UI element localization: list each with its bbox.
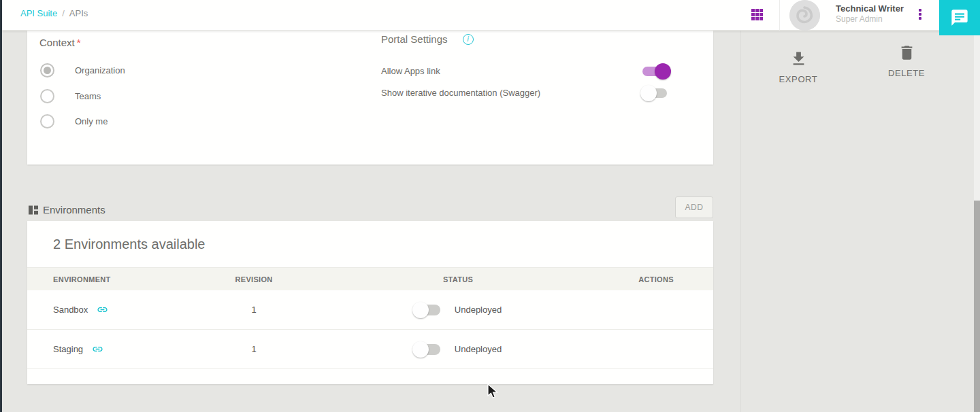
avatar-logo-icon <box>789 0 820 31</box>
environment-name: Staging <box>53 344 83 354</box>
toggle-label: Allow Apps link <box>381 66 440 76</box>
portal-settings-header: Portal Settings i <box>381 33 474 45</box>
export-label: EXPORT <box>779 74 818 84</box>
environments-summary: 2 Environments available <box>53 237 205 252</box>
add-button[interactable]: ADD <box>675 196 713 218</box>
revision-cell: 1 <box>191 344 317 354</box>
toggle-knob <box>412 341 429 358</box>
link-icon[interactable] <box>97 304 108 315</box>
scrollbar-thumb[interactable] <box>974 201 980 412</box>
app-root: API Suite / APIs Technical Writer Super … <box>0 0 980 412</box>
kebab-dot <box>919 13 921 16</box>
download-icon <box>789 50 808 68</box>
scrollbar[interactable] <box>974 35 980 412</box>
radio-dot <box>44 118 51 125</box>
toggle-row-allow-apps-link: Allow Apps link <box>381 66 667 76</box>
radio-circle-icon <box>40 63 54 78</box>
portal-settings-title: Portal Settings <box>381 33 448 45</box>
chat-button[interactable] <box>939 0 980 35</box>
required-marker: * <box>77 37 81 48</box>
radio-dot <box>44 92 51 100</box>
table-row-staging: Staging 1 Undeployed <box>27 330 713 369</box>
grid-dot <box>755 17 759 20</box>
radio-label: Only me <box>75 116 108 126</box>
grid-dot <box>751 9 755 12</box>
kebab-menu-icon[interactable] <box>917 9 924 21</box>
toggle-knob <box>412 302 429 318</box>
header-divider <box>779 0 780 31</box>
column-header-actions: ACTIONS <box>599 275 713 284</box>
toggle-knob <box>640 85 657 101</box>
radio-circle-icon <box>40 89 54 103</box>
status-text: Undeployed <box>455 344 502 354</box>
chat-icon <box>950 8 969 27</box>
kebab-dot <box>919 17 921 20</box>
status-cell: Undeployed <box>317 344 599 355</box>
export-button[interactable]: EXPORT <box>772 50 824 84</box>
column-header-status: STATUS <box>317 275 599 284</box>
grid-dot <box>760 13 763 16</box>
environment-name: Sandbox <box>53 305 88 315</box>
breadcrumb-link-api-suite[interactable]: API Suite <box>20 8 57 18</box>
status-text: Undeployed <box>455 305 502 315</box>
content-rail-divider <box>740 31 741 412</box>
trash-icon <box>898 44 916 62</box>
view-quilt-icon <box>29 205 38 215</box>
apps-grid-icon[interactable] <box>751 9 763 20</box>
mouse-cursor <box>487 383 502 400</box>
breadcrumb-current-apis: APIs <box>69 8 88 18</box>
delete-label: DELETE <box>888 68 925 78</box>
grid-dot <box>755 13 759 16</box>
radio-organization[interactable]: Organization <box>40 63 125 78</box>
environments-section-title: Environments <box>43 204 105 216</box>
toggle-row-swagger-docs: Show iterative documentation (Swagger) <box>381 88 667 98</box>
user-name: Technical Writer <box>836 3 904 14</box>
column-header-revision: REVISION <box>191 275 317 284</box>
environment-name-cell: Staging <box>27 343 191 355</box>
link-icon[interactable] <box>92 343 103 355</box>
grid-dot <box>760 9 763 12</box>
kebab-dot <box>919 9 921 12</box>
environments-section-header: Environments <box>29 204 105 216</box>
environments-table-header: ENVIRONMENT REVISION STATUS ACTIONS <box>27 267 713 290</box>
context-card: Context* Organization Teams Only me Port… <box>27 31 713 165</box>
radio-dot <box>44 67 51 74</box>
user-info: Technical Writer Super Admin <box>836 3 904 24</box>
context-field-title: Context* <box>39 37 81 48</box>
breadcrumb-separator: / <box>62 8 65 18</box>
radio-circle-icon <box>40 114 54 128</box>
status-cell: Undeployed <box>317 305 599 315</box>
toggle-label: Show iterative documentation (Swagger) <box>381 88 540 98</box>
breadcrumb: API Suite / APIs <box>20 8 88 18</box>
grid-dot <box>755 9 759 12</box>
environment-name-cell: Sandbox <box>27 304 191 315</box>
avatar[interactable] <box>789 0 820 31</box>
column-header-environment: ENVIRONMENT <box>27 275 191 284</box>
radio-teams[interactable]: Teams <box>40 89 101 103</box>
radio-label: Teams <box>75 91 101 101</box>
swagger-docs-toggle[interactable] <box>642 88 667 98</box>
radio-label: Organization <box>75 65 125 75</box>
info-icon[interactable]: i <box>463 34 474 45</box>
grid-dot <box>751 13 755 16</box>
deploy-toggle[interactable] <box>414 305 440 315</box>
table-row-sandbox: Sandbox 1 Undeployed <box>27 290 713 330</box>
deploy-toggle[interactable] <box>414 344 440 355</box>
collapsed-nav-edge <box>0 0 2 412</box>
user-role: Super Admin <box>836 14 904 24</box>
radio-only-me[interactable]: Only me <box>40 114 108 128</box>
toggle-knob <box>655 63 671 80</box>
grid-dot <box>760 17 763 20</box>
top-header: API Suite / APIs Technical Writer Super … <box>2 0 980 31</box>
delete-button[interactable]: DELETE <box>881 44 932 78</box>
allow-apps-link-toggle[interactable] <box>642 67 667 76</box>
environments-card: 2 Environments available ENVIRONMENT REV… <box>27 221 713 384</box>
grid-dot <box>751 17 755 20</box>
context-title-text: Context <box>39 37 75 48</box>
revision-cell: 1 <box>191 305 317 315</box>
